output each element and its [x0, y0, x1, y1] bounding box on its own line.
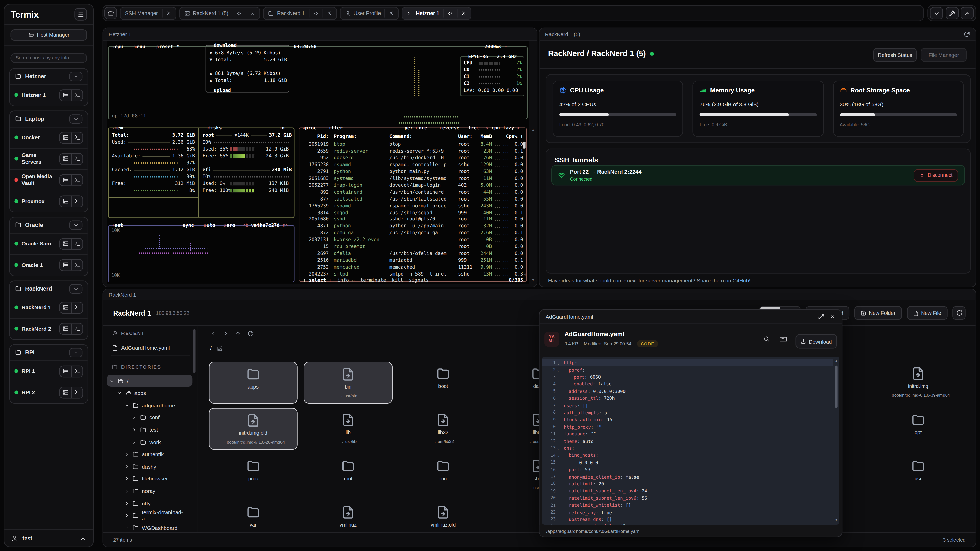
download-file-button[interactable]: Download	[796, 334, 837, 348]
sidebar-menu-button[interactable]	[74, 8, 87, 21]
collapse-button[interactable]	[930, 7, 943, 19]
host-stats-button[interactable]	[60, 175, 71, 185]
host-terminal-button[interactable]	[71, 132, 83, 143]
tree-item-authentik[interactable]: authentik	[107, 448, 192, 460]
recent-item[interactable]: AdGuardHome.yaml	[110, 342, 192, 354]
host-group-header[interactable]: RackNerd	[10, 281, 88, 297]
group-collapse-button[interactable]	[69, 284, 83, 293]
group-collapse-button[interactable]	[69, 114, 83, 124]
host-stats-button[interactable]	[60, 132, 71, 143]
terminal-scroll-up-icon[interactable]: ▲	[531, 128, 535, 132]
new-file-button[interactable]: New File	[907, 306, 948, 320]
host-stats-button[interactable]	[60, 89, 71, 100]
host-group-header[interactable]: Oracle	[10, 217, 88, 233]
expand-button[interactable]	[961, 7, 974, 19]
host-manager-button[interactable]: Host Manager	[11, 29, 87, 41]
host-stats-button[interactable]	[60, 387, 71, 398]
tree-item-filebrowser[interactable]: filebrowser	[107, 473, 192, 485]
host-group-header[interactable]: Hetzner	[10, 68, 88, 84]
close-tab-icon[interactable]	[166, 11, 171, 16]
tab-user-profile[interactable]: User Profile	[340, 6, 399, 20]
close-icon[interactable]	[829, 313, 835, 319]
host-terminal-button[interactable]	[71, 387, 83, 398]
tools-button[interactable]	[945, 7, 958, 19]
file-manager-button[interactable]: File Manager	[921, 48, 967, 62]
tree-item-noray[interactable]: noray	[107, 485, 192, 497]
tree-item-test[interactable]: test	[107, 424, 192, 436]
tree-item-conf[interactable]: conf	[107, 411, 192, 424]
grid-item-vmlinuz[interactable]: vmlinuz→ boot/vmlinuz-6.1.0-39-amd64	[304, 500, 393, 532]
grid-item-vmlinuz-old[interactable]: vmlinuz.old→ boot/vmlinuz-6.1.0-26-amd64	[399, 500, 487, 532]
tree-item-ntfy[interactable]: ntfy	[107, 497, 192, 509]
host-stats-button[interactable]	[60, 323, 71, 334]
host-terminal-button[interactable]	[71, 238, 83, 249]
disconnect-button[interactable]: Disconnect	[914, 169, 958, 181]
grid-item-boot[interactable]: boot	[399, 362, 487, 403]
tree-item-WGDashboard[interactable]: WGDashboard	[107, 522, 192, 532]
host-stats-button[interactable]	[60, 196, 71, 206]
host-row[interactable]: RPI 2	[10, 381, 88, 403]
host-row[interactable]: RackNerd 2	[10, 318, 88, 339]
host-row[interactable]: Oracle 1	[10, 254, 88, 275]
host-stats-button[interactable]	[60, 153, 71, 164]
close-tab-icon[interactable]	[250, 11, 256, 16]
host-terminal-button[interactable]	[71, 89, 83, 100]
group-collapse-button[interactable]	[69, 71, 83, 81]
host-terminal-button[interactable]	[71, 153, 83, 164]
tree-scrollbar[interactable]	[193, 329, 196, 373]
host-row[interactable]: Proxmox	[10, 190, 88, 211]
host-row[interactable]: Docker	[10, 127, 88, 148]
split-view-icon[interactable]	[237, 10, 242, 16]
host-row[interactable]: Hetzner 1	[10, 84, 88, 105]
refresh-status-button[interactable]: Refresh Status	[873, 48, 917, 62]
host-stats-button[interactable]	[60, 302, 71, 313]
grid-item-usr[interactable]: usr	[874, 454, 963, 496]
grid-item-run[interactable]: run	[399, 454, 487, 496]
proc-scrollbar-thumb[interactable]	[523, 142, 526, 149]
host-row[interactable]: Game Servers	[10, 148, 88, 169]
tree-item-adguardhome[interactable]: adguardhome	[107, 399, 192, 411]
host-stats-button[interactable]	[60, 260, 71, 270]
grid-item-apps[interactable]: apps	[209, 362, 298, 403]
tab-racknerd-1[interactable]: RackNerd 1	[263, 6, 337, 20]
group-collapse-button[interactable]	[69, 348, 83, 357]
grid-item-initrd-img[interactable]: initrd.img→ boot/initrd.img-6.1.0-39-amd…	[874, 362, 963, 403]
host-terminal-button[interactable]	[71, 366, 83, 376]
search-input[interactable]	[11, 53, 87, 63]
tree-item-apps[interactable]: apps	[107, 387, 192, 399]
grid-item-lib32[interactable]: lib32→ usr/lib32	[399, 408, 487, 450]
nav-refresh-icon[interactable]	[248, 330, 254, 337]
grid-item-var[interactable]: var	[209, 500, 298, 532]
host-terminal-button[interactable]	[71, 302, 83, 313]
group-collapse-button[interactable]	[69, 220, 83, 230]
tab-racknerd-1-5-[interactable]: RackNerd 1 (5)	[179, 6, 260, 20]
host-terminal-button[interactable]	[71, 260, 83, 270]
grid-item-opt[interactable]: opt	[874, 408, 963, 450]
search-in-file-icon[interactable]	[763, 335, 770, 342]
host-stats-button[interactable]	[60, 238, 71, 249]
close-tab-icon[interactable]	[461, 11, 466, 16]
tab-hetzner-1[interactable]: Hetzner 1	[402, 6, 471, 20]
refresh-icon[interactable]	[964, 31, 970, 37]
edit-path-icon[interactable]	[217, 346, 222, 351]
nav-back-icon[interactable]	[210, 330, 216, 337]
tree-item-dashy[interactable]: dashy	[107, 460, 192, 472]
split-view-icon[interactable]	[448, 10, 453, 16]
nav-up-icon[interactable]	[235, 330, 241, 337]
code-scrollbar[interactable]: ▲▼	[834, 359, 837, 522]
code-editor[interactable]: 1⌄http:2⌄pprof:3port: 60604enabled: fals…	[542, 357, 839, 525]
host-row[interactable]: RackNerd 1	[10, 297, 88, 318]
home-button[interactable]	[104, 7, 117, 19]
grid-item-root[interactable]: root	[304, 454, 393, 496]
host-row[interactable]: Open Media Vault	[10, 169, 88, 190]
user-menu[interactable]: test	[4, 529, 93, 547]
grid-item-initrd-img-old[interactable]: initrd.img.old→ boot/initrd.img-6.1.0-26…	[209, 408, 298, 450]
close-tab-icon[interactable]	[389, 11, 394, 16]
host-terminal-button[interactable]	[71, 175, 83, 185]
refresh-files-button[interactable]	[953, 306, 966, 320]
split-view-icon[interactable]	[313, 10, 318, 16]
host-row[interactable]: RPI 1	[10, 360, 88, 381]
nav-forward-icon[interactable]	[223, 330, 229, 337]
terminal-screen[interactable]: 1cpumenupreset *04:20:58- 2000ms +EPYC-R…	[107, 41, 529, 284]
host-group-header[interactable]: Laptop	[10, 111, 88, 127]
